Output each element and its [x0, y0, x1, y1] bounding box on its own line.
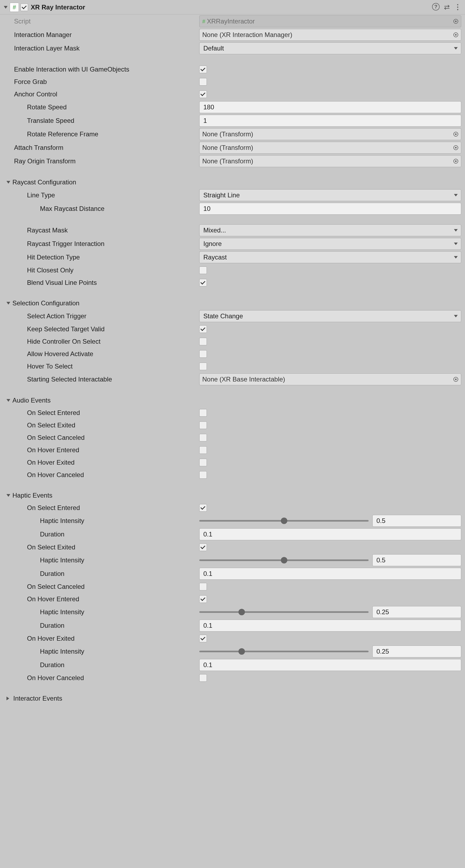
raycast-trigger-label: Raycast Trigger Interaction: [0, 240, 199, 248]
audio-select-entered-checkbox[interactable]: [199, 409, 207, 416]
haptic-hover-exited-checkbox[interactable]: [199, 635, 207, 642]
hash-icon: #: [202, 18, 205, 25]
haptic-select-canceled-checkbox[interactable]: [199, 583, 207, 590]
raycast-trigger-row: Raycast Trigger Interaction Ignore: [0, 237, 465, 251]
help-icon[interactable]: ?: [432, 3, 440, 10]
haptic-hover-entered-intensity-input[interactable]: [372, 606, 461, 618]
audio-select-canceled-checkbox[interactable]: [199, 434, 207, 441]
haptic-select-exited-intensity-input[interactable]: [372, 554, 461, 566]
anchor-control-row: Anchor Control: [0, 88, 465, 100]
haptic-select-canceled-row: On Select Canceled: [0, 581, 465, 593]
line-type-dropdown[interactable]: Straight Line: [199, 189, 461, 201]
anchor-control-checkbox[interactable]: [199, 90, 207, 98]
component-enabled-checkbox[interactable]: [21, 3, 28, 11]
enable-ui-checkbox[interactable]: [199, 66, 207, 73]
raycast-trigger-dropdown[interactable]: Ignore: [199, 238, 461, 250]
haptic-section-header[interactable]: Haptic Events: [0, 489, 465, 502]
object-picker-icon[interactable]: [454, 132, 458, 136]
audio-hover-entered-checkbox[interactable]: [199, 446, 207, 454]
haptic-hover-exited-intensity-input[interactable]: [372, 646, 461, 657]
hide-controller-checkbox[interactable]: [199, 338, 207, 345]
interactor-events-section-header[interactable]: Interactor Events: [0, 692, 465, 705]
haptic-select-exited-duration-input[interactable]: [199, 568, 461, 580]
haptic-select-exited-intensity-row: Haptic Intensity: [0, 554, 465, 567]
interaction-manager-label: Interaction Manager: [0, 31, 199, 39]
max-raycast-distance-label: Max Raycast Distance: [0, 205, 199, 213]
object-picker-icon[interactable]: [454, 159, 458, 164]
max-raycast-distance-input[interactable]: [199, 203, 461, 215]
hit-closest-label: Hit Closest Only: [0, 267, 199, 274]
foldout-icon: [6, 302, 10, 305]
starting-interactable-field[interactable]: None (XR Base Interactable): [199, 373, 461, 385]
menu-icon[interactable]: ⋮: [454, 3, 461, 11]
rotate-ref-frame-field[interactable]: None (Transform): [199, 128, 461, 140]
enable-ui-label: Enable Interaction with UI GameObjects: [0, 66, 199, 73]
allow-hover-activate-checkbox[interactable]: [199, 350, 207, 358]
haptic-hover-entered-duration-input[interactable]: [199, 620, 461, 631]
script-icon: #: [10, 3, 19, 12]
haptic-select-entered-checkbox[interactable]: [199, 504, 207, 512]
haptic-select-entered-intensity-input[interactable]: [372, 515, 461, 527]
selection-section-header[interactable]: Selection Configuration: [0, 297, 465, 309]
haptic-select-entered-intensity-slider[interactable]: [199, 520, 369, 522]
haptic-hover-entered-intensity-slider[interactable]: [199, 611, 369, 613]
hover-to-select-checkbox[interactable]: [199, 363, 207, 370]
attach-transform-field[interactable]: None (Transform): [199, 142, 461, 154]
audio-hover-exited-checkbox[interactable]: [199, 459, 207, 466]
rotate-ref-frame-label: Rotate Reference Frame: [0, 130, 199, 138]
audio-select-exited-checkbox[interactable]: [199, 422, 207, 429]
select-action-trigger-dropdown[interactable]: State Change: [199, 310, 461, 322]
line-type-row: Line Type Straight Line: [0, 188, 465, 202]
attach-transform-row: Attach Transform None (Transform): [0, 141, 465, 154]
haptic-select-entered-row: On Select Entered: [0, 502, 465, 514]
haptic-select-exited-checkbox[interactable]: [199, 544, 207, 551]
preset-icon[interactable]: ⇄: [444, 3, 450, 11]
haptic-hover-entered-checkbox[interactable]: [199, 595, 207, 603]
translate-speed-label: Translate Speed: [0, 117, 199, 124]
keep-selected-valid-row: Keep Selected Target Valid: [0, 323, 465, 335]
object-picker-icon[interactable]: [454, 145, 458, 150]
rotate-speed-input[interactable]: [199, 101, 461, 113]
ray-origin-row: Ray Origin Transform None (Transform): [0, 154, 465, 168]
object-picker-icon[interactable]: [454, 32, 458, 37]
component-header: # XR Ray Interactor ? ⇄ ⋮: [0, 0, 465, 14]
audio-section-header[interactable]: Audio Events: [0, 394, 465, 407]
haptic-select-exited-intensity-slider[interactable]: [199, 559, 369, 561]
starting-interactable-label: Starting Selected Interactable: [0, 376, 199, 383]
interaction-layer-mask-dropdown[interactable]: Default: [199, 42, 461, 54]
object-picker-icon[interactable]: [454, 377, 458, 382]
component-foldout-icon[interactable]: [4, 6, 7, 9]
audio-hover-exited-row: On Hover Exited: [0, 456, 465, 469]
haptic-hover-exited-duration-input[interactable]: [199, 659, 461, 671]
interaction-manager-field[interactable]: None (XR Interaction Manager): [199, 29, 461, 41]
haptic-hover-entered-duration-row: Duration: [0, 619, 465, 632]
haptic-select-exited-duration-row: Duration: [0, 567, 465, 581]
haptic-select-entered-duration-input[interactable]: [199, 528, 461, 540]
attach-transform-label: Attach Transform: [0, 144, 199, 151]
foldout-icon: [6, 696, 11, 700]
script-value: XRRayInteractor: [207, 18, 255, 25]
force-grab-row: Force Grab: [0, 75, 465, 88]
haptic-hover-entered-intensity-row: Haptic Intensity: [0, 605, 465, 619]
translate-speed-input[interactable]: [199, 115, 461, 127]
keep-selected-valid-checkbox[interactable]: [199, 325, 207, 333]
blend-visual-checkbox[interactable]: [199, 279, 207, 286]
audio-hover-canceled-checkbox[interactable]: [199, 471, 207, 479]
haptic-hover-exited-row: On Hover Exited: [0, 632, 465, 645]
hit-detection-dropdown[interactable]: Raycast: [199, 251, 461, 263]
rotate-speed-row: Rotate Speed: [0, 100, 465, 114]
interaction-layer-mask-row: Interaction Layer Mask Default: [0, 41, 465, 55]
haptic-hover-exited-intensity-row: Haptic Intensity: [0, 645, 465, 658]
force-grab-checkbox[interactable]: [199, 78, 207, 86]
enable-ui-row: Enable Interaction with UI GameObjects: [0, 63, 465, 75]
max-raycast-distance-row: Max Raycast Distance: [0, 202, 465, 215]
hide-controller-label: Hide Controller On Select: [0, 338, 199, 345]
haptic-hover-exited-intensity-slider[interactable]: [199, 651, 369, 652]
ray-origin-field[interactable]: None (Transform): [199, 155, 461, 167]
hit-detection-label: Hit Detection Type: [0, 253, 199, 261]
raycast-mask-dropdown[interactable]: Mixed...: [199, 224, 461, 236]
hit-closest-checkbox[interactable]: [199, 267, 207, 274]
raycast-section-header[interactable]: Raycast Configuration: [0, 176, 465, 188]
hover-to-select-label: Hover To Select: [0, 363, 199, 370]
haptic-hover-canceled-checkbox[interactable]: [199, 674, 207, 682]
